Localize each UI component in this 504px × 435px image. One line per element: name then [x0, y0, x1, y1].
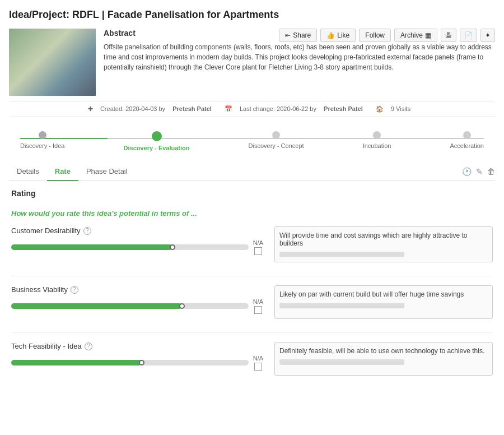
timeline-label-2: Discovery - Concept: [249, 142, 304, 149]
like-button[interactable]: 👍 Like: [320, 29, 356, 42]
slider-na-1: N/A: [253, 298, 263, 314]
rating-label-0: Customer Desirability ?: [11, 226, 263, 235]
print-icon: 🖶: [445, 31, 452, 39]
project-image: [9, 29, 96, 96]
divider-1: [11, 332, 493, 333]
share-icon: ⇤: [285, 31, 291, 39]
na-checkbox-0[interactable]: [254, 247, 262, 255]
slider-fill-1: [11, 303, 182, 309]
rating-comment-1[interactable]: Likely on par with current build but wil…: [274, 285, 493, 319]
rating-label-1: Business Viability ?: [11, 285, 263, 294]
timeline-label-0: Discovery - Idea: [20, 142, 64, 149]
timeline-stage-1: Discovery - Evaluation: [124, 131, 190, 151]
rating-question: How would you rate this idea's potential…: [11, 209, 493, 218]
meta-bar: ✚ Created: 2020-04-03 by Pretesh Patel 📅…: [9, 101, 495, 117]
tab-phase-detail[interactable]: Phase Detail: [78, 163, 136, 181]
slider-fill-2: [11, 360, 142, 365]
divider-0: [11, 276, 493, 276]
follow-button[interactable]: Follow: [359, 29, 391, 42]
created-meta: ✚ Created: 2020-04-03 by Pretesh Patel: [88, 105, 212, 112]
header-section: Abstract ⇤ Share 👍 Like Follow Archive ▦: [9, 29, 495, 96]
slider-na-2: N/A: [253, 355, 263, 371]
timeline-stage-0: Discovery - Idea: [20, 131, 64, 151]
page-title: Idea/Project: RDFL | Facade Panelisation…: [9, 9, 495, 21]
na-label-0: N/A: [253, 239, 263, 246]
rating-info-icon-1[interactable]: ?: [71, 286, 78, 294]
rating-right-2: Definitely feasible, will be able to use…: [274, 342, 493, 376]
rating-row-1: Business Viability ? N/A Likely on par w…: [11, 285, 493, 319]
slider-track-1[interactable]: [11, 303, 249, 309]
timeline-stage-4: Acceleration: [450, 131, 484, 151]
header-actions: ⇤ Share 👍 Like Follow Archive ▦ 🖶: [279, 29, 495, 42]
share-button[interactable]: ⇤ Share: [279, 29, 317, 42]
slider-thumb-0: [170, 244, 175, 250]
abstract-text: Offsite panelisation of building compone…: [104, 42, 495, 72]
timeline-dot-1: [152, 131, 162, 141]
print-button[interactable]: 🖶: [441, 29, 456, 42]
rating-info-icon-0[interactable]: ?: [83, 227, 91, 235]
delete-icon[interactable]: 🗑: [487, 167, 495, 176]
settings-icon: ✦: [485, 31, 491, 39]
rating-comment-0[interactable]: Will provide time and cost savings which…: [274, 226, 493, 262]
timeline-stage-2: Discovery - Concept: [249, 131, 304, 151]
timeline-label-4: Acceleration: [450, 142, 484, 149]
na-checkbox-1[interactable]: [254, 306, 262, 314]
archive-button[interactable]: Archive ▦: [394, 29, 437, 42]
tab-rate[interactable]: Rate: [47, 163, 78, 181]
na-checkbox-2[interactable]: [254, 363, 262, 371]
timeline-dot-3: [373, 131, 381, 139]
section-title: Rating: [11, 189, 493, 198]
timeline-label-3: Incubation: [363, 142, 391, 149]
like-icon: 👍: [326, 31, 335, 39]
timeline-label-1: Discovery - Evaluation: [124, 145, 190, 151]
rating-left-1: Business Viability ? N/A: [11, 285, 263, 314]
archive-icon: ▦: [425, 31, 431, 39]
rating-left-0: Customer Desirability ? N/A: [11, 226, 263, 255]
tab-details[interactable]: Details: [9, 163, 47, 181]
rating-right-1: Likely on par with current build but wil…: [274, 285, 493, 319]
tab-bar: Details Rate Phase Detail 🕐 ✎ 🗑: [9, 163, 495, 181]
header-content: Abstract ⇤ Share 👍 Like Follow Archive ▦: [104, 29, 495, 96]
rating-section: Rating How would you rate this idea's po…: [9, 189, 495, 376]
export-icon: 📄: [464, 31, 473, 39]
slider-thumb-1: [179, 303, 185, 309]
slider-track-0[interactable]: [11, 244, 249, 250]
last-change-meta: 📅 Last change: 2020-06-22 by Pretesh Pat…: [225, 105, 363, 112]
timeline-dot-2: [272, 131, 280, 139]
edit-icon[interactable]: ✎: [476, 167, 483, 176]
rating-row-2: Tech Feasibility - Idea ? N/A Definitely…: [11, 342, 493, 376]
na-label-1: N/A: [253, 298, 263, 305]
history-icon[interactable]: 🕐: [462, 167, 472, 176]
timeline-dot-0: [39, 131, 46, 139]
rating-rows: Customer Desirability ? N/A Will provide…: [11, 226, 493, 376]
rating-comment-2[interactable]: Definitely feasible, will be able to use…: [274, 342, 493, 376]
rating-label-2: Tech Feasibility - Idea ?: [11, 342, 263, 350]
slider-container-1: N/A: [11, 298, 263, 314]
comment-line-2: [279, 359, 404, 365]
settings-button[interactable]: ✦: [480, 29, 495, 42]
timeline-items: Discovery - Idea Discovery - Evaluation …: [20, 131, 484, 151]
slider-thumb-2: [139, 360, 144, 365]
tab-actions: 🕐 ✎ 🗑: [462, 167, 495, 176]
abstract-title: Abstract: [104, 29, 136, 38]
timeline-dot-4: [463, 131, 471, 139]
slider-fill-0: [11, 244, 172, 250]
na-label-2: N/A: [253, 355, 263, 362]
timeline: Discovery - Idea Discovery - Evaluation …: [9, 126, 495, 163]
slider-na-0: N/A: [253, 239, 263, 255]
rating-left-2: Tech Feasibility - Idea ? N/A: [11, 342, 263, 371]
slider-track-2[interactable]: [11, 360, 249, 365]
rating-row-0: Customer Desirability ? N/A Will provide…: [11, 226, 493, 262]
rating-info-icon-2[interactable]: ?: [85, 343, 92, 350]
comment-line-1: [279, 303, 404, 308]
export-button[interactable]: 📄: [460, 29, 477, 42]
slider-container-0: N/A: [11, 239, 263, 255]
rating-right-0: Will provide time and cost savings which…: [274, 226, 493, 262]
visits-meta: 🏠 9 Visits: [376, 105, 416, 112]
comment-line-0: [279, 252, 404, 257]
slider-container-2: N/A: [11, 355, 263, 371]
timeline-stage-3: Incubation: [363, 131, 391, 151]
